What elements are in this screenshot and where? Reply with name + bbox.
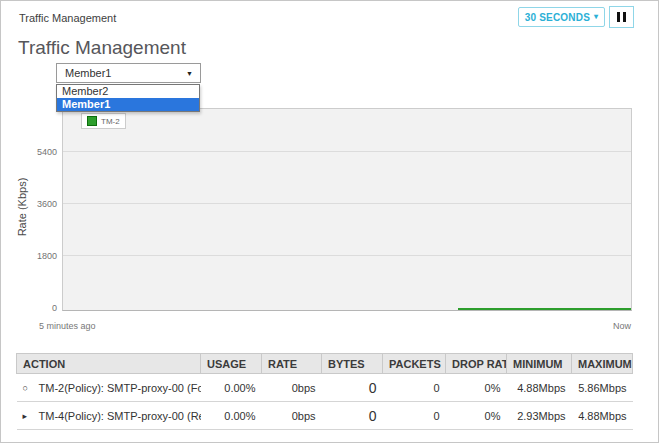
pause-icon — [617, 12, 620, 22]
refresh-interval-button[interactable]: 30 SECONDS ▾ — [518, 7, 605, 27]
action-label: TM-4(Policy): SMTP-proxy-00 (Reve — [39, 410, 201, 422]
rate-value: 0bps — [262, 374, 322, 402]
maximum-value: 5.86Mbps — [572, 374, 633, 402]
page-title: Traffic Management — [18, 37, 186, 59]
packets-value: 0 — [383, 374, 446, 402]
col-header-bytes[interactable]: BYTES — [322, 354, 383, 374]
chart-legend: TM-2 — [81, 113, 126, 129]
y-tick-label: 0 — [15, 303, 57, 313]
y-tick-label: 5400 — [15, 147, 57, 157]
rate-value: 0bps — [262, 402, 322, 430]
member-select-value: Member1 — [65, 67, 111, 79]
row-expander-icon[interactable]: ▸ — [23, 411, 33, 421]
minimum-value: 2.93Mbps — [507, 402, 572, 430]
traffic-management-page: Traffic Management 30 SECONDS ▾ Traffic … — [0, 0, 659, 443]
col-header-packets[interactable]: PACKETS — [383, 354, 446, 374]
y-tick-label: 1800 — [15, 251, 57, 261]
series-line — [458, 308, 631, 310]
chevron-down-icon: ▼ — [186, 70, 193, 77]
breadcrumb: Traffic Management — [19, 12, 116, 24]
rate-chart-plot-area: TM-2 — [62, 108, 632, 311]
x-axis-start-label: 5 minutes ago — [39, 321, 96, 331]
maximum-value: 4.88Mbps — [572, 402, 633, 430]
member-select[interactable]: Member1 ▼ — [56, 63, 201, 83]
pause-icon — [623, 12, 626, 22]
traffic-actions-table: ACTION USAGE RATE BYTES PACKETS DROP RAT… — [16, 353, 632, 430]
col-header-maximum[interactable]: MAXIMUM — [572, 354, 633, 374]
drop-rate-value: 0% — [446, 402, 507, 430]
y-tick-label: 3600 — [15, 199, 57, 209]
member-select-dropdown: Member2 Member1 — [56, 84, 200, 112]
usage-value: 0.00% — [201, 374, 262, 402]
usage-value: 0.00% — [201, 402, 262, 430]
legend-label: TM-2 — [101, 117, 120, 126]
table-row[interactable]: ▸ TM-4(Policy): SMTP-proxy-00 (Reve 0.00… — [17, 402, 633, 430]
member-select-option-member2[interactable]: Member2 — [57, 85, 199, 98]
chevron-down-icon: ▾ — [594, 13, 598, 21]
pause-button[interactable] — [609, 6, 634, 28]
bytes-value: 0 — [322, 402, 383, 430]
col-header-rate[interactable]: RATE — [262, 354, 322, 374]
minimum-value: 4.88Mbps — [507, 374, 572, 402]
bytes-value: 0 — [322, 374, 383, 402]
table-header-row: ACTION USAGE RATE BYTES PACKETS DROP RAT… — [17, 354, 633, 374]
action-label: TM-2(Policy): SMTP-proxy-00 (Forw — [39, 382, 201, 394]
col-header-action[interactable]: ACTION — [17, 354, 201, 374]
col-header-usage[interactable]: USAGE — [201, 354, 262, 374]
gridline — [63, 151, 631, 152]
col-header-minimum[interactable]: MINIMUM — [507, 354, 572, 374]
packets-value: 0 — [383, 402, 446, 430]
refresh-interval-label: 30 SECONDS — [525, 12, 590, 23]
gridline — [63, 203, 631, 204]
legend-swatch — [87, 116, 97, 126]
table-row[interactable]: ○ TM-2(Policy): SMTP-proxy-00 (Forw 0.00… — [17, 374, 633, 402]
col-header-drop-rate[interactable]: DROP RATE — [446, 354, 507, 374]
member-select-option-member1[interactable]: Member1 — [57, 98, 199, 111]
drop-rate-value: 0% — [446, 374, 507, 402]
x-axis-end-label: Now — [613, 321, 631, 331]
gridline — [63, 255, 631, 256]
row-expander-icon[interactable]: ○ — [23, 383, 33, 393]
